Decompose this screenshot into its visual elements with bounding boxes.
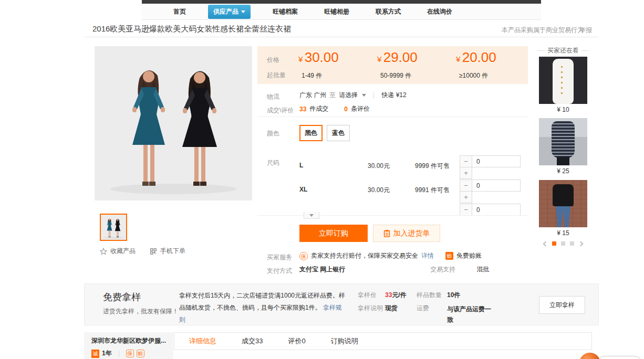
product-page: 首页 供应产品 旺铺档案 旺铺相册 联系方式 在线询价 2016欧美亚马逊爆款欧… bbox=[0, 0, 644, 359]
minus-button[interactable]: − bbox=[460, 155, 472, 167]
payment-label: 支付方式 bbox=[267, 267, 292, 276]
tab-order-notes[interactable]: 订购说明 bbox=[331, 336, 358, 346]
report-link[interactable]: 举报 bbox=[579, 26, 592, 35]
chat-widget-ball[interactable] bbox=[578, 352, 601, 359]
next-arrow-icon[interactable] bbox=[578, 241, 584, 246]
quantity-input[interactable] bbox=[472, 204, 521, 216]
shop-years: 1年 bbox=[102, 349, 112, 358]
sidebar-pager bbox=[537, 241, 589, 246]
free-sample-title: 免费拿样 bbox=[103, 291, 141, 303]
credit-badge-icon: 赊 bbox=[137, 350, 144, 357]
sidebar-price: ¥ 10 bbox=[539, 106, 587, 113]
color-option-black[interactable]: 黑色 bbox=[299, 125, 323, 141]
product-thumbnail[interactable] bbox=[100, 214, 127, 241]
mobile-order-button[interactable]: 手机下单 bbox=[150, 247, 185, 256]
color-label: 颜色 bbox=[267, 129, 279, 138]
tab-deals[interactable]: 成交33 bbox=[242, 336, 263, 346]
sku-row-xl: XL 30.00元 9991 件可售 − + bbox=[257, 178, 528, 203]
nav-tab-contact[interactable]: 联系方式 bbox=[371, 5, 405, 19]
top-dark-bar bbox=[142, 0, 541, 4]
favorite-button[interactable]: 收藏产品 bbox=[100, 247, 136, 256]
nav-tab-products[interactable]: 供应产品 bbox=[208, 5, 251, 19]
sidebar-product-3[interactable]: ¥ 15 bbox=[539, 180, 587, 237]
color-option-blue[interactable]: 蓝色 bbox=[327, 125, 350, 141]
buyer-service-label: 买家服务 bbox=[267, 253, 292, 262]
quantity-input[interactable] bbox=[472, 180, 521, 192]
divider bbox=[84, 37, 599, 37]
carrier-fee: 快递 ¥12 bbox=[381, 91, 406, 100]
purchase-panel: 价格 起批量 ¥ 30.00 1-49 件 ¥ 29.00 50-9999 件 … bbox=[257, 46, 528, 275]
expand-sizes-button[interactable] bbox=[304, 212, 319, 219]
ship-to-label: 至 bbox=[329, 91, 336, 100]
mobile-order-label: 手机下单 bbox=[160, 247, 185, 256]
tab-reviews[interactable]: 评价0 bbox=[288, 336, 305, 346]
quantity-input[interactable] bbox=[472, 155, 521, 167]
shop-card: 深圳市龙华新区欧梦伊服... 诚 1年 保 赊 bbox=[84, 332, 173, 359]
credit-member-icon: 诚 bbox=[91, 350, 99, 358]
sidebar-price: ¥ 25 bbox=[539, 167, 587, 175]
sku-price: 30.00元 bbox=[368, 186, 390, 195]
destination-select[interactable]: 请选择 bbox=[339, 91, 358, 100]
sku-stock: 9991 件可售 bbox=[415, 186, 450, 195]
sample-qty-value: 10件 bbox=[447, 291, 460, 300]
pager-dot-3[interactable] bbox=[570, 241, 574, 246]
chat-widget-pill[interactable] bbox=[595, 356, 644, 359]
star-icon bbox=[100, 248, 107, 255]
also-viewed-sidebar: 买家还在看 ¥ 10 ¥ 25 ¥ 15 bbox=[537, 46, 589, 55]
guarantee-text: 卖家支持先行赔付，保障买家交易安全 bbox=[311, 251, 418, 260]
nav-tab-archive[interactable]: 旺铺档案 bbox=[268, 5, 302, 19]
nav-tab-album[interactable]: 旺铺相册 bbox=[320, 5, 354, 19]
deals-row: 33 件成交 0 条评价 bbox=[299, 104, 370, 113]
price-tier: ¥ 29.00 50-9999 件 bbox=[377, 49, 418, 66]
minus-button[interactable]: − bbox=[460, 180, 472, 192]
sidebar-product-1[interactable]: ¥ 10 bbox=[539, 57, 587, 113]
chevron-down-icon bbox=[241, 10, 245, 13]
add-to-cart-button[interactable]: 加入进货单 bbox=[373, 225, 440, 242]
logistics-label: 物流 bbox=[267, 92, 279, 101]
order-now-button[interactable]: 立即订购 bbox=[299, 225, 368, 242]
sku-list: L 30.00元 9999 件可售 − + XL 30.00元 9991 件可售 bbox=[257, 154, 528, 216]
nav-tab-home[interactable]: 首页 bbox=[169, 5, 190, 19]
plus-button[interactable]: + bbox=[460, 191, 472, 203]
quantity-stepper: − bbox=[460, 204, 523, 216]
tier-qty: 1-49 件 bbox=[302, 71, 322, 80]
sku-row-l: L 30.00元 9999 件可售 − + bbox=[257, 154, 528, 178]
clipboard-icon bbox=[383, 229, 390, 237]
sidebar-product-2[interactable]: ¥ 25 bbox=[539, 118, 587, 175]
deal-suffix: 件成交 bbox=[309, 104, 328, 113]
price-label: 价格 bbox=[267, 56, 279, 65]
tier-qty: 50-9999 件 bbox=[380, 71, 411, 80]
nav-tab-inquiry[interactable]: 在线询价 bbox=[423, 5, 456, 19]
divider bbox=[257, 117, 528, 117]
plus-button[interactable]: + bbox=[460, 167, 472, 179]
favorite-label: 收藏产品 bbox=[110, 247, 136, 256]
deals-label: 成交\评价 bbox=[267, 106, 294, 115]
trade-support-label: 交易支持 bbox=[430, 265, 455, 274]
minus-button[interactable]: − bbox=[460, 204, 472, 216]
pager-dot-2[interactable] bbox=[561, 241, 565, 246]
review-suffix: 条评价 bbox=[351, 104, 370, 113]
shop-meta: 诚 1年 保 赊 bbox=[91, 349, 173, 358]
sku-size: L bbox=[299, 162, 303, 169]
payment-methods: 支付宝 网上银行 bbox=[299, 265, 345, 274]
product-photo bbox=[539, 57, 587, 104]
sku-size: XL bbox=[299, 186, 307, 193]
store-navbar: 首页 供应产品 旺铺档案 旺铺相册 联系方式 在线询价 bbox=[142, 4, 541, 20]
free-sample-desc: 拿样支付后15天内，二次店铺进货满1000元返还样品费。样品随机发货，不挑色、挑… bbox=[179, 290, 347, 326]
pager-dot-1[interactable] bbox=[552, 241, 556, 246]
nav-tab-products-label: 供应产品 bbox=[213, 7, 238, 16]
sample-freight-label: 运费 bbox=[417, 304, 429, 313]
shop-name[interactable]: 深圳市龙华新区欧梦伊服... bbox=[91, 336, 173, 345]
get-sample-button[interactable]: 立即拿样 bbox=[539, 296, 585, 314]
deal-count[interactable]: 33 bbox=[299, 105, 306, 113]
tier-qty: ≥10000 件 bbox=[459, 71, 488, 80]
prev-arrow-icon[interactable] bbox=[543, 241, 548, 246]
review-count[interactable]: 0 bbox=[344, 105, 348, 113]
detail-link[interactable]: 详情 bbox=[421, 251, 434, 260]
divider bbox=[373, 92, 374, 99]
sample-desc-text: 拿样支付后15天内，二次店铺进货满1000元返还样品费。样品随机发货，不挑色、挑… bbox=[179, 292, 345, 311]
tab-detail-info[interactable]: 详细信息 bbox=[189, 336, 216, 346]
currency-symbol: ¥ bbox=[298, 55, 303, 64]
ship-from: 广东 广州 bbox=[299, 91, 326, 100]
chevron-down-icon[interactable] bbox=[362, 94, 366, 97]
